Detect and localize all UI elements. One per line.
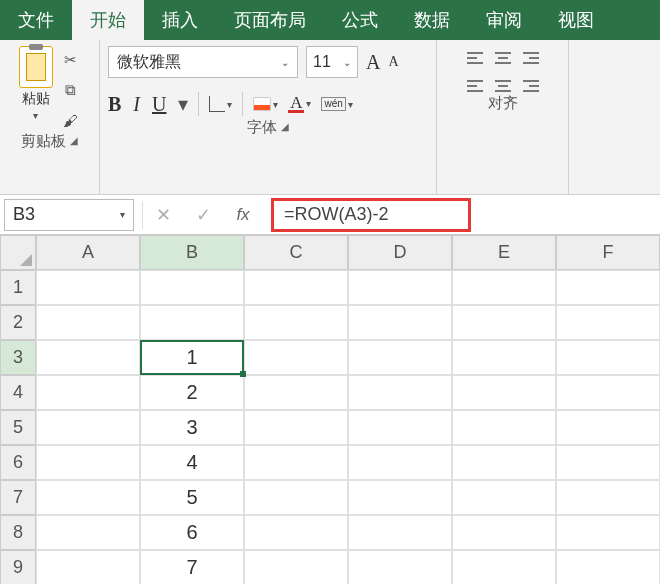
- increase-font-button[interactable]: A: [366, 51, 380, 74]
- bold-button[interactable]: B: [108, 93, 121, 116]
- chevron-down-icon[interactable]: ▾: [178, 92, 188, 116]
- tab-insert[interactable]: 插入: [144, 0, 216, 40]
- cell[interactable]: [244, 515, 348, 550]
- tab-home[interactable]: 开始: [72, 0, 144, 40]
- row-header[interactable]: 1: [0, 270, 36, 305]
- font-color-button[interactable]: A ▾: [288, 95, 311, 113]
- cell[interactable]: 7: [140, 550, 244, 584]
- cell[interactable]: [244, 340, 348, 375]
- cell[interactable]: [452, 445, 556, 480]
- cell[interactable]: [140, 270, 244, 305]
- cell[interactable]: [556, 445, 660, 480]
- cell[interactable]: [36, 375, 140, 410]
- row-header[interactable]: 5: [0, 410, 36, 445]
- tab-page-layout[interactable]: 页面布局: [216, 0, 324, 40]
- cell[interactable]: [244, 270, 348, 305]
- cell[interactable]: [36, 270, 140, 305]
- formula-input[interactable]: =ROW(A3)-2: [271, 198, 471, 232]
- cell[interactable]: 1: [140, 340, 244, 375]
- row-header[interactable]: 9: [0, 550, 36, 584]
- cell[interactable]: [452, 410, 556, 445]
- phonetic-button[interactable]: wén ▾: [321, 97, 352, 111]
- row-header[interactable]: 3: [0, 340, 36, 375]
- cell[interactable]: 4: [140, 445, 244, 480]
- cell[interactable]: [348, 480, 452, 515]
- column-header[interactable]: A: [36, 235, 140, 270]
- cell[interactable]: [452, 305, 556, 340]
- align-bottom-button[interactable]: [523, 52, 539, 64]
- cell[interactable]: [140, 305, 244, 340]
- cell[interactable]: [244, 480, 348, 515]
- decrease-font-button[interactable]: A: [388, 54, 398, 70]
- select-all-cell[interactable]: [0, 235, 36, 270]
- tab-data[interactable]: 数据: [396, 0, 468, 40]
- cell[interactable]: [452, 270, 556, 305]
- cell[interactable]: [348, 410, 452, 445]
- cell[interactable]: 3: [140, 410, 244, 445]
- cell[interactable]: [348, 340, 452, 375]
- underline-button[interactable]: U: [152, 93, 166, 116]
- align-right-button[interactable]: [523, 80, 539, 92]
- copy-button[interactable]: ⧉: [61, 80, 81, 100]
- paste-button[interactable]: 粘贴 ▾: [19, 46, 53, 121]
- cell[interactable]: 6: [140, 515, 244, 550]
- column-header[interactable]: D: [348, 235, 452, 270]
- cell[interactable]: [36, 305, 140, 340]
- row-header[interactable]: 6: [0, 445, 36, 480]
- cell[interactable]: [244, 410, 348, 445]
- cell[interactable]: [244, 550, 348, 584]
- italic-button[interactable]: I: [133, 93, 140, 116]
- cell[interactable]: [244, 375, 348, 410]
- cell[interactable]: [556, 375, 660, 410]
- cut-button[interactable]: ✂: [61, 50, 81, 70]
- cell[interactable]: [244, 305, 348, 340]
- column-header[interactable]: B: [140, 235, 244, 270]
- cell[interactable]: [452, 550, 556, 584]
- insert-function-button[interactable]: fx: [223, 205, 263, 225]
- cell[interactable]: [556, 550, 660, 584]
- align-center-button[interactable]: [495, 80, 511, 92]
- cell[interactable]: [452, 480, 556, 515]
- tab-review[interactable]: 审阅: [468, 0, 540, 40]
- cancel-formula-button[interactable]: ✕: [143, 204, 183, 226]
- tab-view[interactable]: 视图: [540, 0, 612, 40]
- cell[interactable]: [348, 375, 452, 410]
- cell[interactable]: [452, 375, 556, 410]
- font-size-select[interactable]: 11 ⌄: [306, 46, 358, 78]
- column-header[interactable]: C: [244, 235, 348, 270]
- cell[interactable]: [36, 410, 140, 445]
- row-header[interactable]: 4: [0, 375, 36, 410]
- align-left-button[interactable]: [467, 80, 483, 92]
- cell[interactable]: [556, 480, 660, 515]
- cell[interactable]: 2: [140, 375, 244, 410]
- cell[interactable]: [348, 305, 452, 340]
- cell[interactable]: [556, 515, 660, 550]
- confirm-formula-button[interactable]: ✓: [183, 204, 223, 226]
- column-header[interactable]: E: [452, 235, 556, 270]
- cell[interactable]: [36, 480, 140, 515]
- fill-color-button[interactable]: ▾: [253, 97, 278, 111]
- row-header[interactable]: 8: [0, 515, 36, 550]
- cell[interactable]: [348, 270, 452, 305]
- clipboard-dialog-launcher[interactable]: ◢: [70, 135, 78, 146]
- cell[interactable]: [36, 445, 140, 480]
- name-box[interactable]: B3 ▾: [4, 199, 134, 231]
- cell[interactable]: [452, 515, 556, 550]
- row-header[interactable]: 2: [0, 305, 36, 340]
- cell[interactable]: [348, 445, 452, 480]
- cell[interactable]: 5: [140, 480, 244, 515]
- cell[interactable]: [556, 270, 660, 305]
- cell[interactable]: [348, 550, 452, 584]
- align-top-button[interactable]: [467, 52, 483, 64]
- border-button[interactable]: ▾: [209, 96, 232, 112]
- format-painter-button[interactable]: 🖌: [61, 110, 81, 130]
- cell[interactable]: [348, 515, 452, 550]
- cell[interactable]: [556, 305, 660, 340]
- cell[interactable]: [556, 410, 660, 445]
- cell[interactable]: [36, 550, 140, 584]
- row-header[interactable]: 7: [0, 480, 36, 515]
- cell[interactable]: [36, 340, 140, 375]
- cell[interactable]: [556, 340, 660, 375]
- column-header[interactable]: F: [556, 235, 660, 270]
- font-name-select[interactable]: 微软雅黑 ⌄: [108, 46, 298, 78]
